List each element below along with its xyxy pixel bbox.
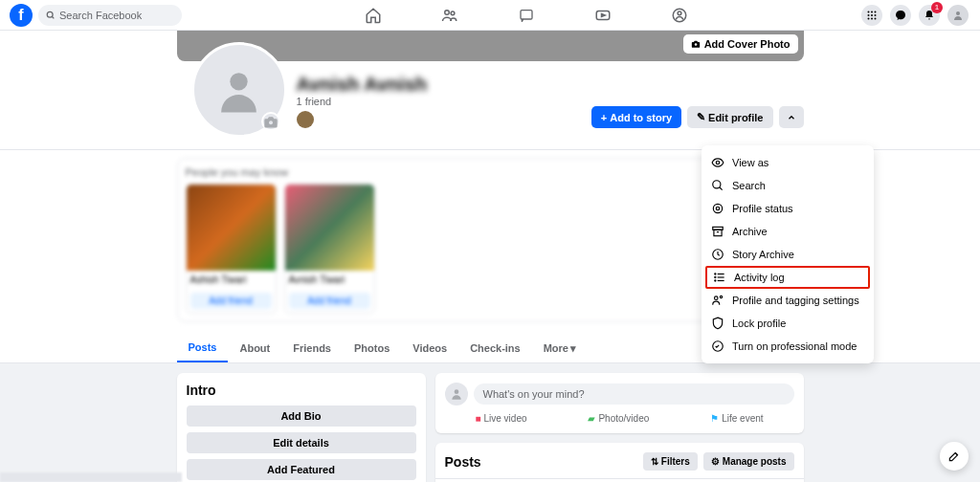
profile-name-area: Avnish Avnish 1 friend: [297, 74, 428, 138]
add-bio-button[interactable]: Add Bio: [187, 405, 416, 427]
svg-point-20: [269, 120, 273, 124]
suggestion-card[interactable]: Avnish TiwariAdd friend: [284, 184, 375, 314]
tab-about[interactable]: About: [228, 335, 281, 362]
add-featured-button[interactable]: Add Featured: [187, 459, 416, 480]
search-input[interactable]: Search Facebook: [38, 5, 182, 26]
profile-status-option[interactable]: Profile status: [702, 197, 874, 220]
svg-point-23: [713, 181, 721, 188]
professional-mode-option[interactable]: Turn on professional mode: [702, 335, 874, 358]
tab-videos[interactable]: Videos: [401, 335, 458, 362]
shield-icon: [711, 317, 724, 330]
messenger-icon[interactable]: [517, 6, 536, 25]
nav-center: [191, 6, 861, 25]
search-icon: [711, 179, 724, 192]
svg-point-13: [875, 14, 877, 16]
svg-line-1: [52, 16, 54, 18]
svg-point-7: [678, 11, 681, 14]
logo-search-area: f Search Facebook: [0, 4, 191, 27]
edit-details-button[interactable]: Edit details: [187, 432, 416, 453]
svg-point-17: [956, 11, 960, 15]
intro-card: Intro Add Bio Edit details Add Featured: [177, 373, 426, 482]
notification-badge: 1: [931, 2, 943, 13]
posts-card: Posts ⇅ Filters ⚙ Manage posts ☰ List vi…: [435, 443, 804, 482]
profile-tagging-option[interactable]: Profile and tagging settings: [702, 289, 874, 312]
posts-title: Posts: [445, 454, 637, 470]
svg-rect-28: [714, 230, 722, 235]
photo-video-button[interactable]: ▰Photo/video: [588, 413, 649, 424]
badge-icon: [711, 202, 724, 215]
tab-friends[interactable]: Friends: [281, 335, 343, 362]
svg-point-10: [875, 11, 877, 12]
svg-point-36: [715, 280, 716, 281]
svg-point-38: [720, 296, 722, 297]
home-icon[interactable]: [364, 6, 383, 25]
tab-more[interactable]: More ▾: [532, 335, 588, 362]
menu-icon[interactable]: [861, 5, 882, 26]
archive-option[interactable]: Archive: [702, 220, 874, 243]
profile-actions: + Add to story ✎ Edit profile: [591, 106, 804, 138]
svg-point-26: [716, 207, 720, 210]
svg-point-16: [875, 17, 877, 19]
svg-point-9: [871, 11, 873, 12]
camera-icon: [691, 39, 701, 49]
tab-posts[interactable]: Posts: [177, 334, 229, 362]
friends-icon[interactable]: [440, 6, 459, 25]
add-cover-button[interactable]: Add Cover Photo: [683, 34, 798, 54]
svg-point-22: [716, 161, 720, 164]
pencil-icon: [947, 449, 961, 463]
search-icon: [46, 11, 56, 20]
archive-icon: [711, 225, 724, 238]
activity-log-option[interactable]: Activity log: [705, 266, 870, 289]
svg-point-14: [868, 17, 870, 19]
composer-card: What's on your mind? ■Live video ▰Photo/…: [435, 373, 804, 433]
change-avatar-button[interactable]: [261, 112, 280, 131]
svg-point-18: [694, 43, 697, 46]
top-navbar: f Search Facebook 1: [0, 0, 980, 31]
friends-count[interactable]: 1 friend: [297, 96, 428, 107]
profile-more-button[interactable]: [779, 106, 804, 128]
view-as-option[interactable]: View as: [702, 151, 874, 174]
composer-input[interactable]: What's on your mind?: [474, 383, 794, 405]
groups-icon[interactable]: [670, 6, 689, 25]
svg-point-11: [868, 14, 870, 16]
clock-icon: [711, 248, 724, 261]
add-to-story-button[interactable]: + Add to story: [591, 106, 681, 128]
friend-avatar[interactable]: [297, 111, 314, 128]
svg-point-34: [715, 274, 716, 274]
profile-name: Avnish Avnish: [297, 74, 428, 96]
browser-status-bar: [0, 472, 182, 482]
svg-point-25: [713, 204, 722, 212]
edit-profile-button[interactable]: ✎ Edit profile: [687, 106, 772, 128]
svg-line-24: [720, 187, 723, 190]
svg-point-21: [454, 389, 458, 394]
profile-avatar[interactable]: [191, 42, 287, 138]
eye-icon: [711, 156, 724, 169]
facebook-logo[interactable]: f: [10, 4, 33, 27]
nav-right: 1: [861, 5, 980, 26]
story-archive-option[interactable]: Story Archive: [702, 243, 874, 266]
pro-icon: [711, 340, 724, 353]
live-video-button[interactable]: ■Live video: [475, 413, 526, 424]
tag-icon: [711, 294, 724, 307]
edit-fab[interactable]: [940, 442, 969, 471]
cover-section: Add Cover Photo Avnish Avnish 1 friend +…: [0, 31, 980, 150]
svg-point-8: [868, 11, 870, 12]
composer-avatar[interactable]: [445, 383, 468, 405]
tab-photos[interactable]: Photos: [343, 335, 401, 362]
svg-point-19: [230, 73, 247, 90]
svg-point-15: [871, 17, 873, 19]
account-icon[interactable]: [947, 5, 969, 26]
lock-profile-option[interactable]: Lock profile: [702, 312, 874, 335]
svg-point-3: [451, 11, 455, 14]
messages-icon[interactable]: [890, 5, 911, 26]
video-icon[interactable]: [593, 6, 612, 25]
search-option[interactable]: Search: [702, 174, 874, 197]
manage-posts-button[interactable]: ⚙ Manage posts: [703, 452, 794, 471]
suggestion-card[interactable]: Ashish TiwariAdd friend: [186, 184, 277, 314]
list-icon: [713, 271, 726, 284]
tab-checkins[interactable]: Check-ins: [458, 335, 532, 362]
notifications-icon[interactable]: 1: [919, 5, 940, 26]
svg-rect-4: [521, 10, 532, 18]
life-event-button[interactable]: ⚑Life event: [710, 413, 763, 424]
filters-button[interactable]: ⇅ Filters: [643, 452, 698, 471]
